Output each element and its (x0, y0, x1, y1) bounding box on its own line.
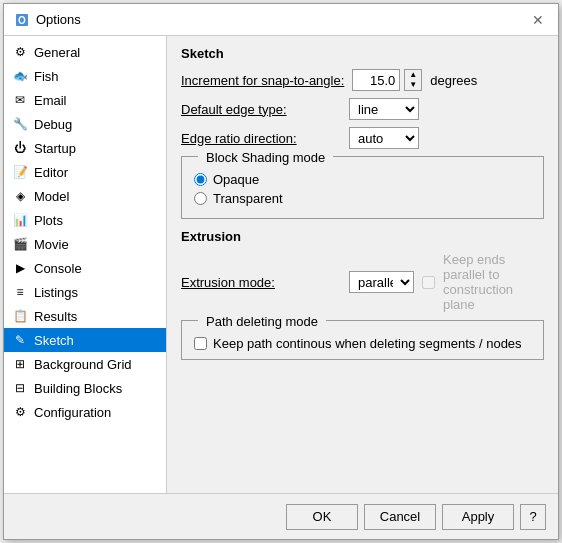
extrusion-mode-row: Extrusion mode: paralle normal free Keep… (181, 252, 544, 312)
keep-path-checkbox[interactable] (194, 337, 207, 350)
sidebar-label-editor: Editor (34, 165, 68, 180)
path-deleting-title: Path deleting mode (198, 312, 326, 331)
opaque-radio-row[interactable]: Opaque (194, 172, 531, 187)
apply-button[interactable]: Apply (442, 504, 514, 530)
sidebar-label-results: Results (34, 309, 77, 324)
close-button[interactable]: ✕ (528, 10, 548, 30)
listings-icon: ≡ (12, 284, 28, 300)
startup-icon: ⏻ (12, 140, 28, 156)
increment-input[interactable] (352, 69, 400, 91)
sidebar-item-console[interactable]: ▶Console (4, 256, 166, 280)
sidebar-label-general: General (34, 45, 80, 60)
sidebar-item-editor[interactable]: 📝Editor (4, 160, 166, 184)
sidebar-item-results[interactable]: 📋Results (4, 304, 166, 328)
spin-buttons: ▲ ▼ (404, 69, 422, 91)
options-dialog: O Options ✕ ⚙General🐟Fish✉Email🔧Debug⏻St… (3, 3, 559, 540)
sidebar-label-background-grid: Background Grid (34, 357, 132, 372)
sidebar: ⚙General🐟Fish✉Email🔧Debug⏻Startup📝Editor… (4, 36, 167, 493)
sidebar-item-background-grid[interactable]: ⊞Background Grid (4, 352, 166, 376)
opaque-radio[interactable] (194, 173, 207, 186)
plots-icon: 📊 (12, 212, 28, 228)
block-shading-group: Block Shading mode Opaque Transparent (181, 156, 544, 219)
increment-row: Increment for snap-to-angle: ▲ ▼ degrees (181, 69, 544, 91)
spin-down-button[interactable]: ▼ (405, 80, 421, 90)
spin-up-button[interactable]: ▲ (405, 70, 421, 80)
opaque-label: Opaque (213, 172, 259, 187)
sidebar-label-configuration: Configuration (34, 405, 111, 420)
default-edge-row: Default edge type: line arc spline (181, 98, 544, 120)
results-icon: 📋 (12, 308, 28, 324)
model-icon: ◈ (12, 188, 28, 204)
editor-icon: 📝 (12, 164, 28, 180)
cancel-button[interactable]: Cancel (364, 504, 436, 530)
extrusion-section-title: Extrusion (181, 229, 544, 244)
sidebar-item-startup[interactable]: ⏻Startup (4, 136, 166, 160)
sidebar-item-configuration[interactable]: ⚙Configuration (4, 400, 166, 424)
ok-button[interactable]: OK (286, 504, 358, 530)
sidebar-item-model[interactable]: ◈Model (4, 184, 166, 208)
sidebar-item-email[interactable]: ✉Email (4, 88, 166, 112)
movie-icon: 🎬 (12, 236, 28, 252)
title-bar: O Options ✕ (4, 4, 558, 36)
title-bar-left: O Options (14, 12, 81, 28)
dialog-title: Options (36, 12, 81, 27)
edge-ratio-row: Edge ratio direction: auto left right (181, 127, 544, 149)
configuration-icon: ⚙ (12, 404, 28, 420)
edge-ratio-select[interactable]: auto left right (349, 127, 419, 149)
keep-ends-label: Keep ends parallel to construction plane (443, 252, 544, 312)
sidebar-item-building-blocks[interactable]: ⊟Building Blocks (4, 376, 166, 400)
sidebar-item-movie[interactable]: 🎬Movie (4, 232, 166, 256)
transparent-label: Transparent (213, 191, 283, 206)
sidebar-item-sketch[interactable]: ✎Sketch (4, 328, 166, 352)
dialog-footer: OK Cancel Apply ? (4, 493, 558, 539)
sidebar-label-debug: Debug (34, 117, 72, 132)
block-shading-title: Block Shading mode (198, 148, 333, 167)
sidebar-label-listings: Listings (34, 285, 78, 300)
content-area: Sketch Increment for snap-to-angle: ▲ ▼ … (167, 36, 558, 493)
sketch-icon: ✎ (12, 332, 28, 348)
extrusion-mode-label: Extrusion mode: (181, 275, 341, 290)
sidebar-label-model: Model (34, 189, 69, 204)
path-deleting-group: Path deleting mode Keep path continous w… (181, 320, 544, 360)
block-shading-content: Opaque Transparent (182, 168, 543, 218)
keep-path-row[interactable]: Keep path continous when deleting segmen… (194, 336, 531, 351)
sidebar-label-fish: Fish (34, 69, 59, 84)
degrees-label: degrees (430, 73, 477, 88)
sidebar-label-startup: Startup (34, 141, 76, 156)
transparent-radio-row[interactable]: Transparent (194, 191, 531, 206)
background-grid-icon: ⊞ (12, 356, 28, 372)
help-button[interactable]: ? (520, 504, 546, 530)
email-icon: ✉ (12, 92, 28, 108)
fish-icon: 🐟 (12, 68, 28, 84)
debug-icon: 🔧 (12, 116, 28, 132)
increment-label: Increment for snap-to-angle: (181, 73, 344, 88)
console-icon: ▶ (12, 260, 28, 276)
edge-ratio-label: Edge ratio direction: (181, 131, 341, 146)
path-deleting-content: Keep path continous when deleting segmen… (182, 332, 543, 359)
building-blocks-icon: ⊟ (12, 380, 28, 396)
dialog-icon: O (14, 12, 30, 28)
general-icon: ⚙ (12, 44, 28, 60)
dialog-body: ⚙General🐟Fish✉Email🔧Debug⏻Startup📝Editor… (4, 36, 558, 493)
transparent-radio[interactable] (194, 192, 207, 205)
svg-text:O: O (18, 15, 26, 26)
keep-ends-checkbox[interactable] (422, 276, 435, 289)
keep-path-label: Keep path continous when deleting segmen… (213, 336, 522, 351)
default-edge-label: Default edge type: (181, 102, 341, 117)
sidebar-item-listings[interactable]: ≡Listings (4, 280, 166, 304)
default-edge-select[interactable]: line arc spline (349, 98, 419, 120)
extrusion-mode-select[interactable]: paralle normal free (349, 271, 414, 293)
sidebar-item-fish[interactable]: 🐟Fish (4, 64, 166, 88)
sidebar-label-email: Email (34, 93, 67, 108)
sidebar-label-console: Console (34, 261, 82, 276)
sidebar-item-general[interactable]: ⚙General (4, 40, 166, 64)
sidebar-item-plots[interactable]: 📊Plots (4, 208, 166, 232)
sketch-section-title: Sketch (181, 46, 544, 61)
sidebar-label-sketch: Sketch (34, 333, 74, 348)
sidebar-item-debug[interactable]: 🔧Debug (4, 112, 166, 136)
sidebar-label-plots: Plots (34, 213, 63, 228)
sidebar-label-building-blocks: Building Blocks (34, 381, 122, 396)
spin-container: ▲ ▼ (352, 69, 422, 91)
sidebar-label-movie: Movie (34, 237, 69, 252)
